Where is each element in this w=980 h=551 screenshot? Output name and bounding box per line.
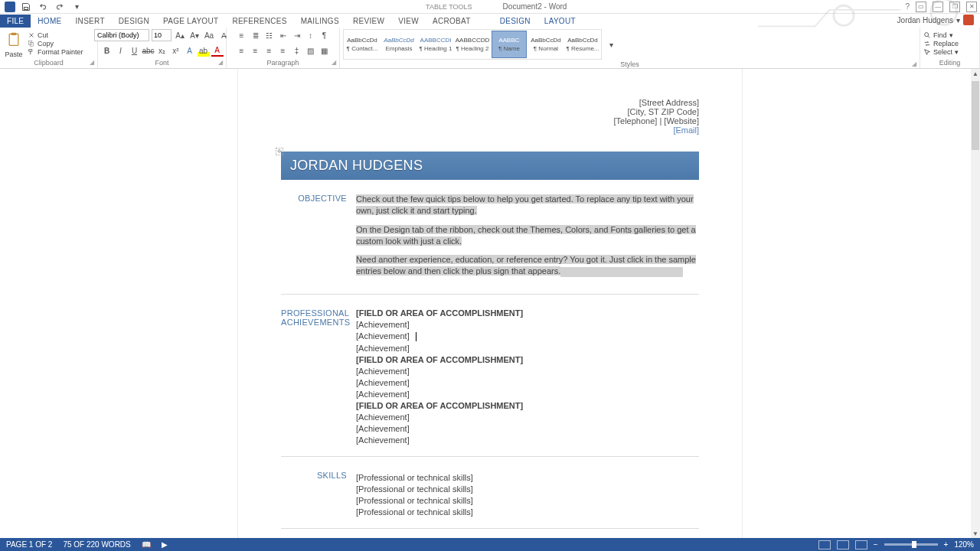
achievement-item[interactable]: [Achievement] [356, 331, 699, 341]
styles-gallery[interactable]: AaBbCcDd¶ Contact...AaBbCcDdEmphasisAABB… [343, 29, 602, 60]
align-right-icon[interactable]: ≡ [263, 44, 276, 57]
word-count[interactable]: 75 OF 220 WORDS [63, 540, 130, 549]
paste-button[interactable]: Paste [3, 29, 24, 58]
tab-table-layout[interactable]: LAYOUT [537, 15, 583, 28]
text-effects-icon[interactable]: A [184, 44, 196, 57]
paragraph-launcher-icon[interactable]: ◢ [332, 59, 336, 66]
style-swatch[interactable]: AABBCCDD¶ Heading 2 [455, 31, 490, 58]
professional-heading[interactable]: PROFESSIONALACHIEVEMENTS [281, 308, 356, 447]
numbering-icon[interactable]: ≣ [250, 29, 262, 41]
italic-button[interactable]: I [115, 44, 127, 57]
name-heading[interactable]: JORDAN HUDGENS [281, 152, 699, 180]
format-painter-button[interactable]: Format Painter [28, 48, 83, 56]
superscript-button[interactable]: x² [170, 44, 182, 57]
scroll-down-icon[interactable]: ▼ [971, 529, 980, 538]
select-button[interactable]: Select ▾ [923, 48, 959, 56]
qat-customize-icon[interactable]: ▾ [70, 1, 83, 13]
style-swatch[interactable]: AaBbCcDd¶ Normal [528, 31, 564, 58]
skill-item[interactable]: [Professional or technical skills] [356, 496, 699, 505]
grow-font-icon[interactable]: A▴ [174, 29, 186, 41]
zoom-in-icon[interactable]: + [944, 540, 949, 549]
change-case-icon[interactable]: Aa [203, 29, 215, 41]
tab-page-layout[interactable]: PAGE LAYOUT [156, 15, 225, 28]
font-launcher-icon[interactable]: ◢ [218, 59, 223, 66]
font-name-input[interactable] [94, 29, 149, 41]
highlight-icon[interactable]: ab [198, 44, 210, 57]
cut-button[interactable]: Cut [28, 31, 83, 39]
subscript-button[interactable]: x₂ [156, 44, 168, 57]
tab-references[interactable]: REFERENCES [225, 15, 293, 28]
borders-icon[interactable]: ▦ [318, 44, 331, 57]
show-marks-icon[interactable]: ¶ [318, 29, 331, 41]
telephone-website[interactable]: [Telephone] | [Website] [614, 116, 700, 126]
shading-icon[interactable]: ▨ [305, 44, 317, 57]
achievement-item[interactable]: [Achievement] [356, 435, 699, 445]
skill-item[interactable]: [Professional or technical skills] [356, 507, 699, 517]
tab-table-design[interactable]: DESIGN [493, 15, 537, 28]
style-swatch[interactable]: AaBbCcDd¶ Resume... [565, 31, 600, 58]
email[interactable]: [Email] [614, 126, 700, 135]
align-center-icon[interactable]: ≡ [250, 44, 262, 57]
multilevel-list-icon[interactable]: ☷ [263, 29, 276, 41]
font-color-icon[interactable]: A [211, 44, 224, 57]
increase-indent-icon[interactable]: ⇥ [291, 29, 303, 41]
save-icon[interactable] [20, 1, 32, 13]
align-left-icon[interactable]: ≡ [236, 44, 248, 57]
zoom-level[interactable]: 120% [954, 540, 974, 549]
read-mode-icon[interactable] [818, 540, 831, 549]
font-size-input[interactable] [152, 29, 172, 41]
achievement-item[interactable]: [Achievement] [356, 320, 699, 329]
tab-design[interactable]: DESIGN [112, 15, 156, 28]
shrink-font-icon[interactable]: A▾ [188, 29, 201, 41]
achievement-item[interactable]: [Achievement] [356, 412, 699, 422]
achievement-item[interactable]: [Achievement] [356, 378, 699, 387]
objective-heading[interactable]: OBJECTIVE [281, 194, 356, 285]
sort-icon[interactable]: ↕ [305, 29, 317, 41]
skills-heading[interactable]: SKILLS [281, 471, 356, 519]
style-swatch[interactable]: AaBbCcDd¶ Contact... [345, 31, 380, 58]
macro-icon[interactable]: ▶ [162, 540, 168, 549]
bold-button[interactable]: B [101, 44, 113, 57]
line-spacing-icon[interactable]: ‡ [291, 44, 303, 57]
achievement-item[interactable]: [Achievement] [356, 344, 699, 353]
style-swatch[interactable]: AaBbCcDdEmphasis [381, 31, 416, 58]
style-swatch[interactable]: AABBC¶ Name [492, 31, 527, 58]
page-indicator[interactable]: PAGE 1 OF 2 [6, 540, 52, 549]
style-swatch[interactable]: AABBCCDI¶ Heading 1 [418, 31, 453, 58]
street-address[interactable]: [Street Address] [614, 98, 700, 107]
scroll-thumb[interactable] [972, 81, 979, 150]
achievement-item[interactable]: [Achievement] [356, 367, 699, 376]
achievement-item[interactable]: [Achievement] [356, 390, 699, 399]
tab-acrobat[interactable]: ACROBAT [426, 15, 478, 28]
spellcheck-icon[interactable]: 📖 [142, 540, 151, 549]
address-block[interactable]: [Street Address] [City, ST ZIP Code] [Te… [614, 98, 700, 135]
tab-insert[interactable]: INSERT [69, 15, 112, 28]
scroll-up-icon[interactable]: ▲ [971, 69, 980, 78]
copy-button[interactable]: Copy [28, 40, 83, 47]
accomplishment-field-1[interactable]: [FIELD OR AREA OF ACCOMPLISHMENT] [356, 308, 699, 318]
skill-item[interactable]: [Professional or technical skills] [356, 473, 699, 482]
styles-more-icon[interactable]: ▾ [605, 38, 617, 51]
achievement-item[interactable]: [Achievement] [356, 424, 699, 433]
tab-review[interactable]: REVIEW [346, 15, 391, 28]
bullets-icon[interactable]: ≡ [236, 29, 248, 41]
print-layout-icon[interactable] [837, 540, 849, 549]
redo-icon[interactable] [54, 1, 66, 13]
replace-button[interactable]: Replace [923, 40, 959, 47]
objective-p1[interactable]: Check out the few quick tips below to he… [356, 194, 694, 215]
vertical-scrollbar[interactable]: ▲ ▼ [971, 69, 980, 538]
strikethrough-button[interactable]: abc [142, 44, 155, 57]
zoom-slider[interactable] [884, 543, 938, 546]
zoom-out-icon[interactable]: − [874, 540, 878, 549]
tab-file[interactable]: FILE [0, 15, 31, 28]
clipboard-launcher-icon[interactable]: ◢ [90, 59, 94, 66]
city-zip[interactable]: [City, ST ZIP Code] [614, 107, 700, 116]
page[interactable]: [Street Address] [City, ST ZIP Code] [Te… [237, 69, 743, 538]
tab-home[interactable]: HOME [31, 15, 68, 28]
table-anchor-icon[interactable]: ✥ [276, 148, 283, 155]
styles-launcher-icon[interactable]: ◢ [912, 60, 916, 67]
accomplishment-field-2[interactable]: [FIELD OR AREA OF ACCOMPLISHMENT] [356, 355, 699, 364]
decrease-indent-icon[interactable]: ⇤ [277, 29, 289, 41]
undo-icon[interactable] [37, 1, 49, 13]
tab-view[interactable]: VIEW [391, 15, 426, 28]
